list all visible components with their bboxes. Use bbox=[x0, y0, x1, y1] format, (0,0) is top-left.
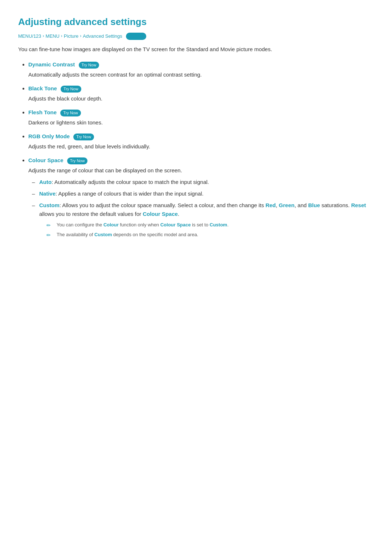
note-list: You can configure the Colour function on… bbox=[39, 221, 374, 239]
colour-space-try-now[interactable]: Try Now bbox=[67, 157, 88, 165]
list-item-dynamic-contrast: Dynamic Contrast Try Now Automatically a… bbox=[28, 60, 374, 79]
reset-text: allows you to restore the default values… bbox=[39, 211, 143, 217]
breadcrumb-advanced-settings[interactable]: Advanced Settings bbox=[83, 33, 122, 40]
dynamic-contrast-desc: Automatically adjusts the screen contras… bbox=[28, 70, 374, 79]
rgb-only-mode-desc: Adjusts the red, green, and blue levels … bbox=[28, 142, 374, 151]
note-item-2: The availability of Custom depends on th… bbox=[46, 231, 374, 239]
comma-green: , bbox=[276, 202, 279, 208]
rgb-only-mode-try-now[interactable]: Try Now bbox=[73, 134, 94, 141]
reset-label: Reset bbox=[351, 202, 366, 208]
sub-item-native: Native: Applies a range of colours that … bbox=[32, 189, 374, 198]
dynamic-contrast-try-now[interactable]: Try Now bbox=[79, 62, 99, 69]
breadcrumb-try-now-badge[interactable]: Try Now bbox=[126, 33, 147, 40]
sub-item-custom: Custom: Allows you to adjust the colour … bbox=[32, 201, 374, 239]
note-2-text2: depends on the specific model and area. bbox=[112, 232, 198, 237]
main-list: Dynamic Contrast Try Now Automatically a… bbox=[18, 60, 374, 239]
period-text: . bbox=[178, 211, 179, 217]
native-text: : Applies a range of colours that is wid… bbox=[56, 190, 204, 197]
custom-label: Custom bbox=[39, 202, 60, 208]
green-label: Green bbox=[279, 202, 294, 208]
black-tone-try-now[interactable]: Try Now bbox=[61, 86, 81, 93]
flesh-tone-try-now[interactable]: Try Now bbox=[60, 110, 81, 117]
list-item-black-tone: Black Tone Try Now Adjusts the black col… bbox=[28, 84, 374, 103]
note-1-colour: Colour bbox=[103, 222, 119, 227]
breadcrumb-menu[interactable]: MENU bbox=[46, 33, 60, 40]
auto-text: : Automatically adjusts the colour space… bbox=[52, 179, 209, 185]
list-item-colour-space: Colour Space Try Now Adjusts the range o… bbox=[28, 156, 374, 239]
note-1-text2: function only when bbox=[119, 222, 160, 227]
sub-item-auto: Auto: Automatically adjusts the colour s… bbox=[32, 178, 374, 186]
breadcrumb-picture[interactable]: Picture bbox=[64, 33, 78, 40]
list-item-rgb-only-mode: RGB Only Mode Try Now Adjusts the red, g… bbox=[28, 132, 374, 151]
dynamic-contrast-title: Dynamic Contrast bbox=[28, 61, 75, 67]
note-2-text: The availability of bbox=[57, 232, 94, 237]
intro-text: You can fine-tune how images are display… bbox=[18, 45, 374, 54]
note-1-custom: Custom bbox=[210, 222, 227, 227]
flesh-tone-title: Flesh Tone bbox=[28, 109, 57, 115]
colour-space-sub-list: Auto: Automatically adjusts the colour s… bbox=[28, 178, 374, 239]
black-tone-desc: Adjusts the black colour depth. bbox=[28, 94, 374, 103]
colour-space-inline: Colour Space bbox=[143, 211, 178, 217]
note-1-colour-space: Colour Space bbox=[160, 222, 191, 227]
breadcrumb-menu123[interactable]: MENU/123 bbox=[18, 33, 41, 40]
breadcrumb-chevron-2: › bbox=[61, 33, 62, 40]
native-label: Native bbox=[39, 190, 56, 197]
breadcrumb-chevron-3: › bbox=[80, 33, 81, 40]
blue-label: Blue bbox=[308, 202, 320, 208]
comma-blue: , and bbox=[294, 202, 308, 208]
breadcrumb-chevron-1: › bbox=[43, 33, 44, 40]
red-label: Red bbox=[265, 202, 275, 208]
note-1-period: . bbox=[227, 222, 229, 227]
auto-label: Auto bbox=[39, 179, 52, 185]
colour-space-title: Colour Space bbox=[28, 157, 64, 163]
list-item-flesh-tone: Flesh Tone Try Now Darkens or lightens s… bbox=[28, 108, 374, 127]
note-item-1: You can configure the Colour function on… bbox=[46, 221, 374, 229]
rgb-only-mode-title: RGB Only Mode bbox=[28, 133, 70, 139]
saturations-text: saturations. bbox=[320, 202, 351, 208]
colour-space-desc: Adjusts the range of colour that can be … bbox=[28, 166, 374, 175]
black-tone-title: Black Tone bbox=[28, 85, 57, 91]
flesh-tone-desc: Darkens or lightens skin tones. bbox=[28, 118, 374, 127]
custom-text: : Allows you to adjust the colour space … bbox=[60, 202, 266, 208]
note-2-custom: Custom bbox=[94, 232, 112, 237]
breadcrumb: MENU/123 › MENU › Picture › Advanced Set… bbox=[18, 33, 374, 40]
note-1-text: You can configure the bbox=[57, 222, 103, 227]
page-title: Adjusting advanced settings bbox=[18, 15, 374, 30]
note-1-text3: is set to bbox=[191, 222, 210, 227]
